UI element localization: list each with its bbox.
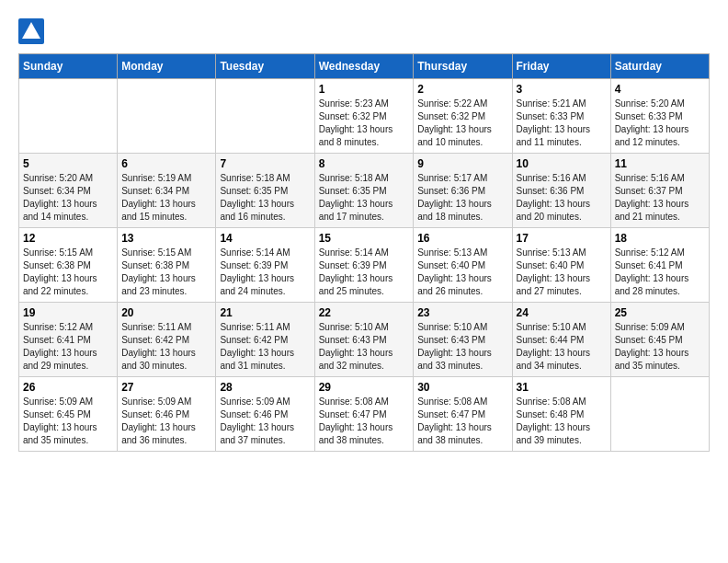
calendar-cell: 22Sunrise: 5:10 AMSunset: 6:43 PMDayligh… [314, 303, 414, 377]
day-info: Sunrise: 5:11 AMSunset: 6:42 PMDaylight:… [121, 321, 211, 373]
calendar-cell [118, 79, 216, 154]
calendar-cell: 28Sunrise: 5:09 AMSunset: 6:46 PMDayligh… [216, 377, 314, 452]
calendar: SundayMondayTuesdayWednesdayThursdayFrid… [18, 53, 710, 452]
calendar-cell: 6Sunrise: 5:19 AMSunset: 6:34 PMDaylight… [118, 154, 216, 228]
day-number: 25 [615, 306, 705, 319]
day-number: 18 [615, 232, 705, 245]
day-info: Sunrise: 5:13 AMSunset: 6:40 PMDaylight:… [517, 247, 607, 298]
weekday-header-friday: Friday [512, 54, 610, 79]
day-info: Sunrise: 5:09 AMSunset: 6:45 PMDaylight:… [615, 321, 705, 373]
calendar-week-row: 5Sunrise: 5:20 AMSunset: 6:34 PMDaylight… [19, 154, 710, 228]
day-number: 24 [517, 306, 607, 319]
day-info: Sunrise: 5:18 AMSunset: 6:35 PMDaylight:… [220, 172, 310, 224]
day-info: Sunrise: 5:11 AMSunset: 6:42 PMDaylight:… [220, 321, 310, 373]
day-number: 22 [319, 306, 410, 319]
calendar-cell: 18Sunrise: 5:12 AMSunset: 6:41 PMDayligh… [610, 228, 709, 303]
calendar-cell [216, 79, 314, 154]
calendar-cell: 3Sunrise: 5:21 AMSunset: 6:33 PMDaylight… [512, 79, 610, 154]
calendar-cell [610, 377, 709, 452]
day-number: 23 [417, 306, 507, 319]
weekday-header-tuesday: Tuesday [216, 54, 314, 79]
day-info: Sunrise: 5:09 AMSunset: 6:46 PMDaylight:… [121, 396, 211, 447]
day-info: Sunrise: 5:15 AMSunset: 6:38 PMDaylight:… [23, 247, 113, 298]
calendar-cell: 7Sunrise: 5:18 AMSunset: 6:35 PMDaylight… [216, 154, 314, 228]
day-number: 11 [615, 157, 705, 170]
day-number: 2 [417, 83, 507, 96]
day-number: 8 [319, 157, 410, 170]
weekday-header-saturday: Saturday [610, 54, 709, 79]
calendar-cell: 4Sunrise: 5:20 AMSunset: 6:33 PMDaylight… [610, 79, 709, 154]
day-info: Sunrise: 5:16 AMSunset: 6:37 PMDaylight:… [615, 172, 705, 224]
calendar-cell: 15Sunrise: 5:14 AMSunset: 6:39 PMDayligh… [314, 228, 414, 303]
calendar-cell: 25Sunrise: 5:09 AMSunset: 6:45 PMDayligh… [610, 303, 709, 377]
day-number: 21 [220, 306, 310, 319]
calendar-cell: 23Sunrise: 5:10 AMSunset: 6:43 PMDayligh… [414, 303, 512, 377]
day-number: 27 [121, 381, 211, 394]
day-number: 7 [220, 157, 310, 170]
logo [18, 18, 48, 44]
day-info: Sunrise: 5:21 AMSunset: 6:33 PMDaylight:… [517, 98, 607, 149]
calendar-week-row: 19Sunrise: 5:12 AMSunset: 6:41 PMDayligh… [19, 303, 710, 377]
day-number: 12 [23, 232, 113, 245]
day-number: 28 [220, 381, 310, 394]
calendar-cell: 21Sunrise: 5:11 AMSunset: 6:42 PMDayligh… [216, 303, 314, 377]
calendar-cell [19, 79, 118, 154]
header [18, 18, 710, 44]
calendar-cell: 8Sunrise: 5:18 AMSunset: 6:35 PMDaylight… [314, 154, 414, 228]
calendar-cell: 14Sunrise: 5:14 AMSunset: 6:39 PMDayligh… [216, 228, 314, 303]
day-number: 30 [417, 381, 507, 394]
day-info: Sunrise: 5:10 AMSunset: 6:43 PMDaylight:… [319, 321, 410, 373]
calendar-cell: 29Sunrise: 5:08 AMSunset: 6:47 PMDayligh… [314, 377, 414, 452]
weekday-header-wednesday: Wednesday [314, 54, 414, 79]
calendar-week-row: 26Sunrise: 5:09 AMSunset: 6:45 PMDayligh… [19, 377, 710, 452]
day-info: Sunrise: 5:20 AMSunset: 6:34 PMDaylight:… [23, 172, 113, 224]
day-number: 29 [319, 381, 410, 394]
weekday-header-thursday: Thursday [414, 54, 512, 79]
calendar-cell: 16Sunrise: 5:13 AMSunset: 6:40 PMDayligh… [414, 228, 512, 303]
day-info: Sunrise: 5:09 AMSunset: 6:45 PMDaylight:… [23, 396, 113, 447]
calendar-cell: 11Sunrise: 5:16 AMSunset: 6:37 PMDayligh… [610, 154, 709, 228]
day-info: Sunrise: 5:12 AMSunset: 6:41 PMDaylight:… [615, 247, 705, 298]
day-number: 1 [319, 83, 410, 96]
calendar-cell: 17Sunrise: 5:13 AMSunset: 6:40 PMDayligh… [512, 228, 610, 303]
calendar-cell: 13Sunrise: 5:15 AMSunset: 6:38 PMDayligh… [118, 228, 216, 303]
day-info: Sunrise: 5:15 AMSunset: 6:38 PMDaylight:… [121, 247, 211, 298]
day-number: 3 [517, 83, 607, 96]
day-info: Sunrise: 5:13 AMSunset: 6:40 PMDaylight:… [417, 247, 507, 298]
day-number: 16 [417, 232, 507, 245]
day-info: Sunrise: 5:16 AMSunset: 6:36 PMDaylight:… [517, 172, 607, 224]
day-info: Sunrise: 5:14 AMSunset: 6:39 PMDaylight:… [319, 247, 410, 298]
calendar-cell: 10Sunrise: 5:16 AMSunset: 6:36 PMDayligh… [512, 154, 610, 228]
calendar-cell: 24Sunrise: 5:10 AMSunset: 6:44 PMDayligh… [512, 303, 610, 377]
weekday-header-row: SundayMondayTuesdayWednesdayThursdayFrid… [19, 54, 710, 79]
weekday-header-monday: Monday [118, 54, 216, 79]
day-number: 6 [121, 157, 211, 170]
day-number: 17 [517, 232, 607, 245]
calendar-cell: 2Sunrise: 5:22 AMSunset: 6:32 PMDaylight… [414, 79, 512, 154]
day-info: Sunrise: 5:10 AMSunset: 6:44 PMDaylight:… [517, 321, 607, 373]
day-info: Sunrise: 5:20 AMSunset: 6:33 PMDaylight:… [615, 98, 705, 149]
calendar-cell: 27Sunrise: 5:09 AMSunset: 6:46 PMDayligh… [118, 377, 216, 452]
day-number: 10 [517, 157, 607, 170]
day-info: Sunrise: 5:17 AMSunset: 6:36 PMDaylight:… [417, 172, 507, 224]
calendar-week-row: 1Sunrise: 5:23 AMSunset: 6:32 PMDaylight… [19, 79, 710, 154]
day-number: 26 [23, 381, 113, 394]
day-info: Sunrise: 5:08 AMSunset: 6:47 PMDaylight:… [319, 396, 410, 447]
calendar-cell: 9Sunrise: 5:17 AMSunset: 6:36 PMDaylight… [414, 154, 512, 228]
day-number: 19 [23, 306, 113, 319]
calendar-week-row: 12Sunrise: 5:15 AMSunset: 6:38 PMDayligh… [19, 228, 710, 303]
calendar-cell: 20Sunrise: 5:11 AMSunset: 6:42 PMDayligh… [118, 303, 216, 377]
day-info: Sunrise: 5:22 AMSunset: 6:32 PMDaylight:… [417, 98, 507, 149]
calendar-cell: 19Sunrise: 5:12 AMSunset: 6:41 PMDayligh… [19, 303, 118, 377]
day-number: 20 [121, 306, 211, 319]
day-number: 4 [615, 83, 705, 96]
weekday-header-sunday: Sunday [19, 54, 118, 79]
day-info: Sunrise: 5:10 AMSunset: 6:43 PMDaylight:… [417, 321, 507, 373]
day-number: 9 [417, 157, 507, 170]
calendar-cell: 30Sunrise: 5:08 AMSunset: 6:47 PMDayligh… [414, 377, 512, 452]
day-info: Sunrise: 5:14 AMSunset: 6:39 PMDaylight:… [220, 247, 310, 298]
day-number: 15 [319, 232, 410, 245]
calendar-cell: 31Sunrise: 5:08 AMSunset: 6:48 PMDayligh… [512, 377, 610, 452]
calendar-cell: 5Sunrise: 5:20 AMSunset: 6:34 PMDaylight… [19, 154, 118, 228]
calendar-cell: 26Sunrise: 5:09 AMSunset: 6:45 PMDayligh… [19, 377, 118, 452]
